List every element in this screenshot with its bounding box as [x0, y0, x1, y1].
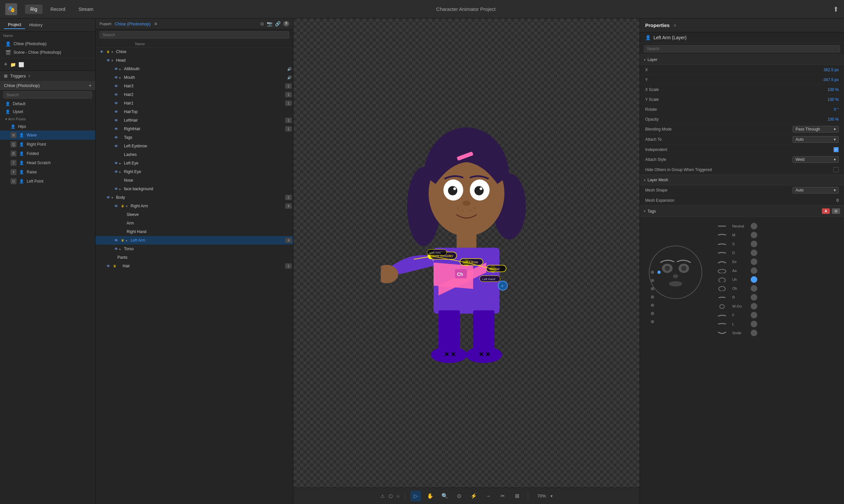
expand-icon[interactable]: ▸ [126, 239, 130, 242]
layer-mesh-section-header[interactable]: ▾ Layer Mesh [640, 175, 844, 185]
hamburger-icon[interactable]: ≡ [154, 21, 157, 26]
vis-icon[interactable]: 👁 [113, 84, 119, 88]
nav-rig[interactable]: Rig [25, 5, 42, 14]
vis-icon[interactable]: 👁 [113, 161, 119, 165]
layer-row[interactable]: 👁 Left Eyebrow [96, 142, 293, 150]
vis-icon[interactable]: 👁 [113, 187, 119, 191]
expand-icon[interactable]: ▸ [119, 67, 124, 71]
grid-tool-icon[interactable]: ⊞ [512, 491, 523, 501]
rig-icon[interactable]: ♛ [119, 238, 126, 242]
vis-icon[interactable]: 👁 [113, 144, 119, 148]
layer-row[interactable]: 👁 Hair1 1 [96, 99, 293, 107]
trigger-item-right-point[interactable]: Q 👤 Right Point [0, 140, 95, 149]
expand-icon[interactable]: ▸ [119, 162, 124, 165]
expand-icon[interactable]: ▸ [119, 170, 124, 174]
layer-row[interactable]: 👁 Hair3 1 [96, 82, 293, 90]
vis-icon[interactable]: 👁 [113, 238, 119, 242]
folder-icon[interactable]: 📁 [10, 62, 16, 67]
tab-history[interactable]: History [25, 21, 46, 29]
layer-row[interactable]: 👁 ♛ ▾ Right Arm 4 [96, 202, 293, 210]
tab-project[interactable]: Project [4, 21, 25, 29]
expand-icon[interactable]: ▾ [111, 196, 116, 199]
expand-icon[interactable]: ▾ [111, 59, 116, 62]
rig-icon[interactable]: ♛ [105, 50, 111, 54]
vis-icon[interactable]: 👁 [113, 136, 119, 140]
opacity-value[interactable]: 100 % [812, 117, 839, 122]
layer-row[interactable]: 👁 Hair2 1 [96, 90, 293, 99]
add-project-icon[interactable]: + [4, 61, 7, 68]
layer-row[interactable]: 👁 ▸ Right Eye [96, 167, 293, 176]
vis-icon[interactable]: 👁 [105, 58, 111, 62]
nav-stream[interactable]: Stream [73, 5, 98, 14]
mesh-shape-dropdown[interactable]: Auto ▾ [793, 187, 839, 194]
solo-icon[interactable]: ⊙ [260, 21, 264, 26]
layer-row[interactable]: 👁 ▸ AltMouth 🔊 [96, 65, 293, 73]
vis-icon[interactable]: 👁 [98, 50, 105, 54]
polygon-icon[interactable]: ⬡ [389, 493, 393, 499]
scissors-tool-icon[interactable]: ✂ [498, 491, 508, 501]
zoom-tool-icon[interactable]: 🔍 [439, 491, 450, 501]
trigger-item-wave[interactable]: N 👤 Wave [0, 130, 95, 140]
hide-others-checkbox[interactable] [833, 167, 839, 173]
layer-row[interactable]: 👁 ♛ Hair 1 [96, 262, 293, 270]
trigger-item-raise[interactable]: Y 👤 Raise [0, 167, 95, 177]
trigger-item-folded[interactable]: R 👤 Folded [0, 149, 95, 158]
canvas-inner[interactable]: Left Shoulder ✕ Left Elbow Draggat [293, 18, 640, 487]
y-scale-value[interactable]: 100 % [812, 97, 839, 102]
trigger-item-default[interactable]: 👤 Default [0, 100, 95, 108]
vis-icon[interactable]: 👁 [113, 93, 119, 96]
vis-icon[interactable]: 👁 [113, 247, 119, 251]
y-value[interactable]: -347.5 px [812, 77, 839, 82]
trigger-item-head-scratch[interactable]: T 👤 Head Scratch [0, 158, 95, 167]
properties-menu-icon[interactable]: ≡ [674, 23, 676, 28]
independent-checkbox[interactable]: ✓ [833, 147, 839, 152]
layer-row[interactable]: 👁 ▾ Head [96, 56, 293, 65]
tags-section-header[interactable]: ▾ Tags A ⊞ [640, 205, 844, 217]
expand-icon[interactable]: ▾ [111, 50, 116, 54]
project-item-scene[interactable]: 🎬 Scene - Chloe (Photoshop) [0, 48, 95, 57]
layer-row[interactable]: Right Hand [96, 228, 293, 236]
warp-tool-icon[interactable]: → [483, 491, 493, 501]
attach-to-dropdown[interactable]: Auto ▾ [793, 136, 839, 143]
tags-grid-button[interactable]: ⊞ [832, 208, 840, 214]
transform-tool-icon[interactable]: ⚡ [468, 491, 479, 501]
nav-record[interactable]: Record [45, 5, 71, 14]
triggers-menu-icon[interactable]: ≡ [28, 74, 30, 78]
vis-icon[interactable]: 👁 [113, 101, 119, 105]
layer-row[interactable]: Pants [96, 253, 293, 262]
layer-row-left-arm[interactable]: 👁 ♛ ▸ Left Arm 4 [96, 236, 293, 245]
trigger-item-left-point[interactable]: U 👤 Left Point [0, 177, 95, 186]
vis-icon[interactable]: 👁 [113, 170, 119, 174]
project-item-chloe[interactable]: 👤 Chloe (Photoshop) [0, 39, 95, 48]
select-tool-icon[interactable]: ▷ [411, 491, 421, 501]
layer-row[interactable]: 👁 Tags [96, 133, 293, 142]
camera-tool-icon[interactable]: ⊙ [454, 491, 465, 501]
vis-icon[interactable]: 👁 [105, 264, 111, 268]
import-icon[interactable]: ⬜ [18, 62, 24, 67]
tags-a-button[interactable]: A [822, 208, 830, 214]
layer-link-icon[interactable]: 🔗 [275, 21, 281, 26]
props-search-input[interactable] [644, 45, 840, 52]
layer-row[interactable]: Nose [96, 176, 293, 185]
vis-icon[interactable]: 👁 [113, 118, 119, 122]
expand-icon[interactable]: ▸ [119, 187, 124, 191]
triggers-search-input[interactable] [3, 91, 92, 98]
blending-mode-dropdown[interactable]: Pass Through ▾ [793, 126, 839, 132]
vis-icon[interactable]: 👁 [113, 110, 119, 114]
expand-icon[interactable]: ▾ [126, 204, 130, 208]
layer-search-input[interactable] [100, 31, 289, 39]
rotate-value[interactable]: 0 ° [812, 107, 839, 112]
layer-row[interactable]: 👁 ▸ Mouth 🔊 [96, 73, 293, 82]
layer-row[interactable]: Lashes [96, 150, 293, 159]
vis-icon[interactable]: 👁 [113, 127, 119, 131]
layer-row[interactable]: 👁 ▸ face background [96, 185, 293, 193]
share-icon[interactable]: ⬆ [833, 5, 839, 13]
hand-tool-icon[interactable]: ✋ [425, 491, 435, 501]
trigger-item-hips[interactable]: 👤 Hips [0, 123, 95, 130]
vis-icon[interactable]: 👁 [113, 204, 119, 208]
layer-section-header[interactable]: ▾ Layer [640, 54, 844, 65]
x-scale-value[interactable]: 100 % [812, 87, 839, 92]
warning-icon[interactable]: ⚠ [380, 493, 385, 499]
layer-row[interactable]: 👁 HairTop [96, 107, 293, 116]
layer-row[interactable]: 👁 ▸ Left Eye [96, 159, 293, 167]
